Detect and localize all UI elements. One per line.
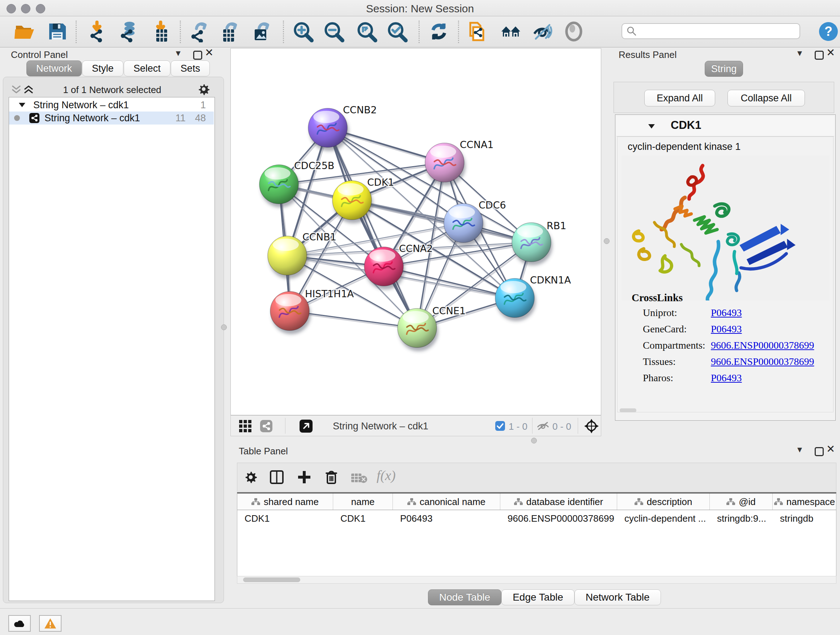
cell-canonical-name[interactable]: P06493 <box>393 510 500 527</box>
tab-select[interactable]: Select <box>124 60 171 76</box>
collapse-all-chevron-icon[interactable] <box>11 86 21 94</box>
fit-selected-target-icon[interactable] <box>584 418 599 434</box>
table-panel-close-icon[interactable]: ✕ <box>826 445 835 453</box>
network-graph[interactable]: CCNB2CCNA1CDC25BCDK1CDC6RB1CCNB1CCNA2CDK… <box>231 49 601 415</box>
right-splitter-handle[interactable] <box>604 238 609 244</box>
warning-status-button[interactable] <box>39 615 62 632</box>
gene-description: cyclin-dependent kinase 1 <box>628 141 741 152</box>
zoom-in-icon[interactable] <box>292 21 314 42</box>
clone-network-icon[interactable] <box>466 21 488 42</box>
gene-section-header[interactable]: CDK1 <box>616 116 834 136</box>
node-label-CDKN1A: CDKN1A <box>530 274 571 286</box>
save-session-icon[interactable] <box>46 21 68 42</box>
selected-checkbox-icon[interactable] <box>495 421 505 431</box>
control-panel-close-icon[interactable]: ✕ <box>205 49 213 57</box>
zoom-selected-icon[interactable] <box>386 21 408 42</box>
network-list-share-icon[interactable] <box>260 420 272 432</box>
results-panel-close-icon[interactable]: ✕ <box>826 49 835 57</box>
node-table[interactable]: shared nameCDK1nameCDK1canonical nameP06… <box>237 492 836 584</box>
results-panel-collapse-icon[interactable]: ▾ <box>797 49 802 57</box>
function-builder-icon[interactable]: f(x) <box>377 467 396 483</box>
network-canvas[interactable]: CCNB2CCNA1CDC25BCDK1CDC6RB1CCNB1CCNA2CDK… <box>231 48 601 415</box>
zoom-fit-icon[interactable] <box>356 21 378 42</box>
crosslink-link[interactable]: 9606.ENSP00000378699 <box>711 356 814 367</box>
tab-sets[interactable]: Sets <box>171 60 210 76</box>
section-collapse-icon[interactable] <box>647 123 655 130</box>
crosslink-link[interactable]: P06493 <box>711 323 742 335</box>
expand-all-chevron-icon[interactable] <box>24 86 33 94</box>
column-header-database-identifier[interactable]: database identifier <box>500 494 617 510</box>
tab-network[interactable]: Network <box>27 60 82 76</box>
node-label-CCNB2: CCNB2 <box>343 104 377 116</box>
first-neighbors-houses-icon[interactable] <box>500 21 522 42</box>
import-network-file-icon[interactable] <box>87 21 109 42</box>
export-image-icon[interactable] <box>251 21 273 42</box>
bottom-splitter-handle[interactable] <box>531 438 537 443</box>
crosslink-link[interactable]: 9606.ENSP00000378699 <box>711 340 814 351</box>
results-panel-float-icon[interactable] <box>815 51 824 60</box>
separator <box>532 418 532 434</box>
control-panel-collapse-icon[interactable]: ▾ <box>176 49 180 57</box>
grid-view-icon[interactable] <box>239 420 251 432</box>
add-column-icon[interactable] <box>297 470 311 484</box>
delete-table-icon[interactable] <box>351 472 368 483</box>
warning-icon <box>44 618 57 629</box>
control-panel-float-icon[interactable] <box>193 51 202 60</box>
column-header--id[interactable]: @id <box>710 494 773 510</box>
help-icon[interactable]: ? <box>818 21 839 42</box>
network-row-selected[interactable]: String Network – cdk1 11 48 <box>9 111 214 125</box>
show-columns-icon[interactable] <box>270 470 284 484</box>
export-table-icon[interactable] <box>219 21 240 42</box>
network-options-gear-icon[interactable] <box>197 83 210 95</box>
table-horizontal-scrollbar[interactable] <box>237 576 836 584</box>
table-panel-float-icon[interactable] <box>815 447 824 456</box>
crosslink-link[interactable]: P06493 <box>711 307 742 318</box>
results-horizontal-scrollbar[interactable] <box>620 409 636 412</box>
column-header-canonical-name[interactable]: canonical name <box>393 494 500 510</box>
table-panel-collapse-icon[interactable]: ▾ <box>797 446 802 453</box>
table-scrollbar-thumb[interactable] <box>243 578 300 582</box>
crosslink-row: Uniprot:P06493 <box>617 307 834 321</box>
tab-edge-table[interactable]: Edge Table <box>501 589 575 605</box>
left-splitter-handle[interactable] <box>221 325 227 330</box>
collapse-all-button[interactable]: Collapse All <box>728 90 805 106</box>
crosslink-link[interactable]: P06493 <box>711 372 742 384</box>
open-session-icon[interactable] <box>14 21 35 42</box>
tab-style[interactable]: Style <box>82 60 123 76</box>
column-header-namespace[interactable]: namespace <box>773 494 836 510</box>
hidden-eye-icon[interactable] <box>537 421 549 431</box>
column-header-shared-name[interactable]: shared name <box>237 494 333 510</box>
zoom-out-icon[interactable] <box>323 21 345 42</box>
cell--id[interactable]: stringdb:9... <box>710 510 773 527</box>
column-header-description[interactable]: description <box>617 494 710 510</box>
toolbar-separator <box>418 21 420 43</box>
birdseye-view-icon[interactable] <box>563 21 584 42</box>
tree-expand-icon[interactable] <box>18 102 26 108</box>
separator <box>285 418 286 434</box>
open-in-new-window-icon[interactable] <box>300 420 313 432</box>
cell-namespace[interactable]: stringdb <box>773 510 836 527</box>
network-collection-row[interactable]: String Network – cdk1 1 <box>9 98 214 111</box>
apply-layout-refresh-icon[interactable] <box>428 21 450 42</box>
cloud-status-button[interactable] <box>8 615 31 632</box>
import-table-file-icon[interactable] <box>150 21 172 42</box>
table-options-gear-icon[interactable] <box>244 470 257 484</box>
hide-graphics-details-icon[interactable] <box>531 21 553 42</box>
cell-description[interactable]: cyclin-dependent ... <box>617 510 710 527</box>
toolbar-search-field[interactable] <box>622 23 800 39</box>
column-header-name[interactable]: name <box>333 494 393 510</box>
cell-name[interactable]: CDK1 <box>333 510 393 527</box>
expand-all-button[interactable]: Expand All <box>644 90 715 106</box>
search-input[interactable] <box>637 26 790 36</box>
import-network-database-icon[interactable] <box>117 21 139 42</box>
cell-database-identifier[interactable]: 9606.ENSP00000378699 <box>500 510 617 527</box>
export-network-icon[interactable] <box>188 21 210 42</box>
delete-column-trash-icon[interactable] <box>324 470 339 485</box>
network-collection-label: String Network – cdk1 <box>33 100 129 111</box>
tab-network-table[interactable]: Network Table <box>575 589 661 605</box>
tab-node-table[interactable]: Node Table <box>428 589 501 605</box>
control-panel-tabs: NetworkStyleSelectSets <box>27 60 200 76</box>
cell-shared-name[interactable]: CDK1 <box>237 510 333 527</box>
table-panel-title: Table Panel <box>239 446 288 457</box>
tab-string[interactable]: String <box>705 61 743 77</box>
